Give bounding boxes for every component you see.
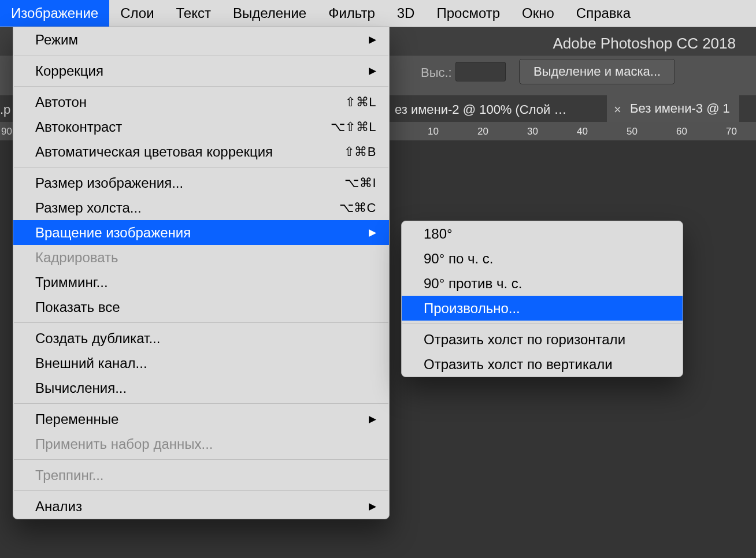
menu-item-shortcut: ⌥⌘C bbox=[339, 200, 376, 215]
ruler-tick: 70 bbox=[726, 126, 737, 137]
ruler-tick: 50 bbox=[627, 126, 638, 137]
rotate-submenu-item[interactable]: 90° против ч. с. bbox=[402, 271, 683, 296]
menu-label: 3D bbox=[397, 5, 415, 21]
height-input[interactable] bbox=[455, 62, 506, 81]
ruler-tick: 20 bbox=[477, 126, 488, 137]
rotate-submenu-item[interactable]: Произвольно... bbox=[402, 296, 683, 321]
menu-label: Справка bbox=[576, 5, 631, 21]
menu-separator bbox=[402, 323, 682, 324]
menubar: Изображение Слои Текст Выделение Фильтр … bbox=[0, 0, 756, 27]
image-menu-item[interactable]: Показать все bbox=[13, 295, 389, 319]
image-menu-item[interactable]: Вращение изображения▶ bbox=[13, 220, 389, 245]
image-menu-item: Треппинг... bbox=[13, 463, 389, 488]
menu-item-label: Отразить холст по горизонтали bbox=[424, 332, 625, 348]
menu-item-label: Отразить холст по вертикали bbox=[424, 356, 613, 373]
menu-item-selection[interactable]: Выделение bbox=[222, 0, 317, 27]
ruler-tick: 30 bbox=[527, 126, 538, 137]
menu-label: Фильтр bbox=[328, 5, 375, 21]
image-menu-item[interactable]: Анализ▶ bbox=[13, 494, 389, 519]
menu-label: Просмотр bbox=[436, 5, 500, 21]
menu-item-label: Автоконтраст bbox=[35, 119, 122, 135]
menu-item-label: Автоматическая цветовая коррекция bbox=[35, 144, 273, 160]
menu-item-label: Кадрировать bbox=[35, 250, 118, 266]
rotate-submenu-item[interactable]: 180° bbox=[402, 221, 683, 246]
image-menu-item[interactable]: Автоматическая цветовая коррекция⇧⌘B bbox=[13, 139, 389, 164]
image-menu-item[interactable]: Размер холста...⌥⌘C bbox=[13, 195, 389, 220]
rotate-submenu-item[interactable]: 90° по ч. с. bbox=[402, 246, 683, 271]
menu-item-label: 90° против ч. с. bbox=[424, 276, 522, 292]
tab-label: Без имени-3 @ 1 bbox=[630, 101, 730, 116]
image-menu-item[interactable]: Переменные▶ bbox=[13, 407, 389, 431]
app-title: Adobe Photoshop CC 2018 bbox=[553, 35, 736, 53]
height-label: Выс.: bbox=[421, 65, 452, 80]
menu-item-3d[interactable]: 3D bbox=[386, 0, 426, 27]
image-rotation-submenu: 180°90° по ч. с.90° против ч. с.Произвол… bbox=[401, 221, 683, 377]
image-menu-item[interactable]: Вычисления... bbox=[13, 375, 389, 400]
menu-item-window[interactable]: Окно bbox=[511, 0, 565, 27]
menu-separator bbox=[14, 167, 388, 168]
menu-separator bbox=[14, 55, 388, 55]
menu-item-view[interactable]: Просмотр bbox=[425, 0, 511, 27]
rotate-submenu-item[interactable]: Отразить холст по горизонтали bbox=[402, 327, 683, 352]
submenu-arrow-icon: ▶ bbox=[369, 226, 376, 239]
ruler-tick: 40 bbox=[577, 126, 588, 137]
submenu-arrow-icon: ▶ bbox=[369, 413, 376, 425]
image-menu-item: Применить набор данных... bbox=[13, 431, 389, 456]
menu-item-image[interactable]: Изображение bbox=[0, 0, 109, 27]
menu-item-shortcut: ⇧⌘B bbox=[344, 144, 376, 159]
rotate-submenu-item[interactable]: Отразить холст по вертикали bbox=[402, 352, 683, 377]
menu-separator bbox=[14, 459, 388, 460]
menu-item-label: Создать дубликат... bbox=[35, 330, 160, 347]
menu-item-label: Произвольно... bbox=[424, 300, 520, 317]
menu-item-label: Режим bbox=[35, 32, 78, 48]
menu-item-shortcut: ⇧⌘L bbox=[345, 95, 376, 110]
menu-item-label: Коррекция bbox=[35, 63, 103, 79]
menu-separator bbox=[14, 322, 388, 323]
ruler-tick: 60 bbox=[676, 126, 687, 137]
submenu-arrow-icon: ▶ bbox=[369, 500, 376, 512]
image-menu-item[interactable]: Внешний канал... bbox=[13, 351, 389, 375]
menu-item-label: Треппинг... bbox=[35, 467, 104, 483]
menu-item-label: Вычисления... bbox=[35, 380, 127, 396]
image-menu-item[interactable]: Тримминг... bbox=[13, 270, 389, 295]
ruler-tick: 10 bbox=[428, 126, 439, 137]
menu-label: Текст bbox=[176, 5, 211, 21]
image-menu: Режим▶Коррекция▶Автотон⇧⌘LАвтоконтраст⌥⇧… bbox=[13, 27, 390, 519]
menu-separator bbox=[14, 403, 388, 404]
menu-separator bbox=[14, 86, 388, 87]
menu-item-label: 180° bbox=[424, 226, 453, 242]
menu-item-text[interactable]: Текст bbox=[165, 0, 222, 27]
menu-label: Выделение bbox=[233, 5, 306, 21]
menu-item-label: Размер изображения... bbox=[35, 175, 183, 191]
menu-item-label: Переменные bbox=[35, 411, 118, 427]
button-label: Выделение и маска... bbox=[533, 64, 661, 79]
image-menu-item[interactable]: Размер изображения...⌥⌘I bbox=[13, 170, 389, 195]
image-menu-item[interactable]: Режим▶ bbox=[13, 27, 389, 52]
menu-item-label: Применить набор данных... bbox=[35, 436, 213, 452]
menu-item-label: Автотон bbox=[35, 94, 87, 110]
close-icon[interactable]: × bbox=[614, 102, 621, 117]
ruler-tick: 90 bbox=[1, 126, 12, 137]
image-menu-item[interactable]: Коррекция▶ bbox=[13, 58, 389, 83]
menu-item-label: 90° по ч. с. bbox=[424, 251, 493, 267]
menu-separator bbox=[14, 490, 388, 491]
submenu-arrow-icon: ▶ bbox=[369, 34, 376, 46]
menu-label: Окно bbox=[522, 5, 554, 21]
select-and-mask-button[interactable]: Выделение и маска... bbox=[519, 59, 675, 84]
image-menu-item[interactable]: Создать дубликат... bbox=[13, 326, 389, 351]
image-menu-item[interactable]: Автотон⇧⌘L bbox=[13, 90, 389, 114]
menu-item-layers[interactable]: Слои bbox=[109, 0, 165, 27]
menu-item-filter[interactable]: Фильтр bbox=[317, 0, 386, 27]
image-menu-item[interactable]: Автоконтраст⌥⇧⌘L bbox=[13, 114, 389, 139]
menu-item-help[interactable]: Справка bbox=[565, 0, 642, 27]
image-menu-item: Кадрировать bbox=[13, 245, 389, 270]
menu-item-label: Показать все bbox=[35, 299, 120, 315]
submenu-arrow-icon: ▶ bbox=[369, 65, 376, 77]
menu-item-label: Размер холста... bbox=[35, 200, 142, 216]
menu-item-shortcut: ⌥⌘I bbox=[344, 176, 376, 191]
menu-item-label: Внешний канал... bbox=[35, 355, 147, 371]
menu-label: Изображение bbox=[11, 5, 98, 21]
menu-item-shortcut: ⌥⇧⌘L bbox=[331, 120, 376, 135]
menu-label: Слои bbox=[120, 5, 154, 21]
menu-item-label: Вращение изображения bbox=[35, 225, 191, 241]
